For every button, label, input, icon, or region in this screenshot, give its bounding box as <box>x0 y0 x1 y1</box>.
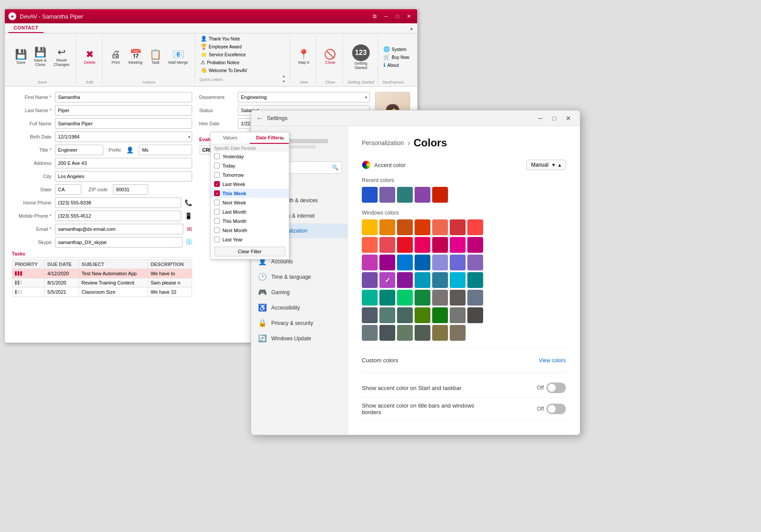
windows-color-22[interactable] <box>379 272 395 288</box>
windows-color-29[interactable] <box>379 290 395 306</box>
settings-nav-time[interactable]: 🕐 Time & language <box>251 269 347 284</box>
full-name-input[interactable] <box>55 118 192 129</box>
email-input[interactable] <box>55 224 183 234</box>
filter-item-next-week[interactable]: Next Week <box>211 198 289 207</box>
settings-nav-privacy[interactable]: 🔒 Privacy & security <box>251 315 347 331</box>
windows-color-39[interactable] <box>432 307 448 323</box>
windows-color-35[interactable] <box>362 307 378 323</box>
save-close-button[interactable]: 💾 Save &Close <box>31 46 50 68</box>
address-input[interactable] <box>55 158 192 168</box>
maximize-btn[interactable]: □ <box>393 11 402 21</box>
ql-employee-award[interactable]: 🏆 Employee Award <box>200 43 287 50</box>
reset-button[interactable]: ↩ ResetChanges <box>51 46 73 68</box>
birth-date-input[interactable] <box>55 131 192 142</box>
windows-color-46[interactable] <box>432 325 448 341</box>
windows-color-5[interactable] <box>450 219 466 235</box>
windows-color-9[interactable] <box>397 237 413 253</box>
getting-started-button[interactable]: 123 GettingStarted <box>349 43 373 71</box>
home-phone-input[interactable] <box>55 197 181 208</box>
windows-color-6[interactable] <box>467 219 483 235</box>
recent-color-5[interactable] <box>432 187 448 203</box>
ribbon-collapse-btn[interactable]: ▲ <box>409 23 414 33</box>
prefix-select[interactable]: Ms Mr Dr <box>139 145 192 155</box>
minimize-btn[interactable]: ─ <box>381 11 391 21</box>
close-btn[interactable]: ✕ <box>404 11 414 21</box>
windows-color-38[interactable] <box>415 307 430 323</box>
windows-color-3[interactable] <box>415 219 430 235</box>
devex-about[interactable]: ℹ About <box>382 62 410 69</box>
map-it-button[interactable]: 📍 Map It <box>295 48 313 66</box>
windows-color-8[interactable] <box>379 237 395 253</box>
city-input[interactable] <box>55 171 192 182</box>
filter-item-tomorrow[interactable]: Tomorrow <box>211 170 289 179</box>
ql-probation-notice[interactable]: ⚠ Probation Notice <box>200 59 287 66</box>
breadcrumb-parent[interactable]: Personalization <box>362 139 404 146</box>
settings-close-btn[interactable]: ✕ <box>562 112 575 124</box>
filter-checkbox-this-month[interactable] <box>214 218 220 224</box>
department-select[interactable]: Engineering <box>238 92 370 102</box>
windows-color-18[interactable] <box>432 255 448 270</box>
windows-color-0[interactable] <box>362 219 378 235</box>
windows-color-1[interactable] <box>379 219 395 235</box>
windows-color-15[interactable] <box>379 255 395 270</box>
quick-letters-scroll[interactable]: ▲ ▼ <box>281 74 287 84</box>
windows-color-13[interactable] <box>467 237 483 253</box>
delete-button[interactable]: ✖ Delete <box>81 48 98 66</box>
state-select[interactable]: CA <box>55 184 81 195</box>
zip-input[interactable] <box>113 184 148 195</box>
windows-color-43[interactable] <box>379 325 395 341</box>
windows-color-45[interactable] <box>415 325 430 341</box>
windows-color-17[interactable] <box>415 255 430 270</box>
windows-color-28[interactable] <box>362 290 378 306</box>
devex-support[interactable]: 🌐 System <box>382 46 410 53</box>
windows-color-26[interactable] <box>450 272 466 288</box>
windows-color-2[interactable] <box>397 219 413 235</box>
windows-color-12[interactable] <box>450 237 466 253</box>
toggle-title-bars-switch[interactable] <box>546 404 566 414</box>
tab-contact[interactable]: CONTACT <box>8 23 44 33</box>
recent-color-2[interactable] <box>379 187 395 203</box>
filter-item-last-month[interactable]: Last Month <box>211 207 289 216</box>
windows-color-25[interactable] <box>432 272 448 288</box>
recent-color-3[interactable] <box>397 187 413 203</box>
windows-color-16[interactable] <box>397 255 413 270</box>
last-name-input[interactable] <box>55 105 192 116</box>
mobile-phone-input[interactable] <box>55 211 181 221</box>
first-name-input[interactable] <box>55 92 192 102</box>
ql-thank-you[interactable]: 👤 Thank You Note <box>200 35 287 42</box>
filter-checkbox-yesterday[interactable] <box>214 153 220 159</box>
windows-color-37[interactable] <box>397 307 413 323</box>
filter-checkbox-next-week[interactable] <box>214 200 220 205</box>
filter-clear-button[interactable]: Clear Filter <box>214 247 285 256</box>
filter-checkbox-tomorrow[interactable] <box>214 172 220 178</box>
windows-color-23[interactable] <box>397 272 413 288</box>
save-button[interactable]: 💾 First Name * Save <box>12 48 30 66</box>
filter-tab-values[interactable]: Values <box>211 132 250 144</box>
title-input[interactable] <box>55 145 103 155</box>
filter-checkbox-today[interactable] <box>214 163 220 168</box>
windows-color-30[interactable] <box>397 290 413 306</box>
toggle-start-taskbar-switch[interactable] <box>546 383 566 393</box>
skype-input[interactable] <box>55 237 182 248</box>
view-colors-link[interactable]: View colors <box>539 357 566 364</box>
settings-nav-gaming[interactable]: 🎮 Gaming <box>251 284 347 300</box>
print-button[interactable]: 🖨 Print <box>107 48 124 66</box>
filter-checkbox-last-month[interactable] <box>214 209 220 215</box>
windows-color-41[interactable] <box>467 307 483 323</box>
mail-merge-button[interactable]: 📧 Mail Merge <box>165 48 191 66</box>
filter-item-this-month[interactable]: This Month <box>211 216 289 226</box>
ql-service-excellence[interactable]: ⭐ Service Excellence <box>200 51 287 58</box>
settings-minimize-btn[interactable]: ─ <box>534 112 546 124</box>
meeting-button[interactable]: 📅 Meeting <box>125 48 146 66</box>
filter-item-today[interactable]: Today <box>211 161 289 170</box>
filter-checkbox-this-week[interactable]: ✓ <box>214 190 220 196</box>
windows-color-27[interactable] <box>467 272 483 288</box>
windows-color-32[interactable] <box>432 290 448 306</box>
settings-nav-windows-update[interactable]: 🔄 Windows Update <box>251 331 347 346</box>
settings-back-btn[interactable]: ← <box>256 114 263 122</box>
windows-color-36[interactable] <box>379 307 395 323</box>
windows-color-42[interactable] <box>362 325 378 341</box>
windows-color-7[interactable] <box>362 237 378 253</box>
settings-maximize-btn[interactable]: □ <box>548 112 561 124</box>
devex-buy-now[interactable]: 🛒 Buy Now <box>382 54 410 61</box>
